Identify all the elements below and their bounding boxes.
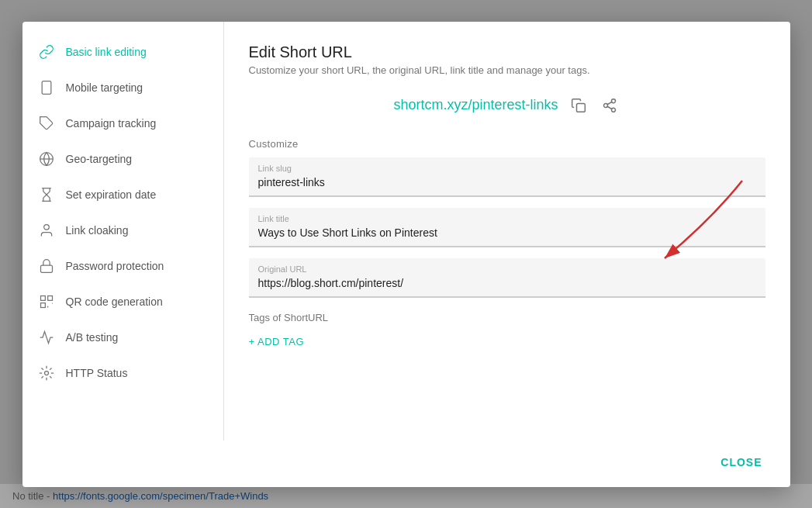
svg-rect-9 xyxy=(40,302,45,307)
tags-section: Tags of ShortURL + ADD TAG xyxy=(249,312,765,351)
edit-subtitle: Customize your short URL, the original U… xyxy=(249,64,765,76)
title-input[interactable] xyxy=(258,226,756,239)
sidebar-item-label: Link cloaking xyxy=(66,224,129,237)
original-url-input[interactable] xyxy=(258,277,756,289)
customize-label: Customize xyxy=(249,138,765,150)
svg-point-10 xyxy=(44,371,48,375)
svg-point-5 xyxy=(43,224,49,230)
svg-point-12 xyxy=(611,98,615,102)
sidebar-item-set-expiration-date[interactable]: Set expiration date xyxy=(22,177,223,213)
slug-field-label: Link slug xyxy=(258,164,292,173)
sidebar-item-basic-link-editing[interactable]: Basic link editing xyxy=(22,34,223,70)
sidebar-item-label: HTTP Status xyxy=(66,367,128,379)
add-tag-button[interactable]: + ADD TAG xyxy=(249,333,305,351)
svg-line-15 xyxy=(607,106,612,109)
share-button[interactable] xyxy=(599,95,620,116)
close-button[interactable]: CLOSE xyxy=(711,450,771,475)
slug-field: Link slug xyxy=(249,157,765,197)
sidebar-item-qr-code-generation[interactable]: QR code generation xyxy=(22,284,223,320)
mobile-icon xyxy=(38,79,55,96)
add-tag-label: + ADD TAG xyxy=(249,336,305,347)
sidebar-item-label: QR code generation xyxy=(66,295,163,308)
short-url-link[interactable]: shortcm.xyz/pinterest-links xyxy=(393,97,558,113)
original-url-field-label: Original URL xyxy=(258,264,307,274)
sidebar-item-geo-targeting[interactable]: Geo-targeting xyxy=(22,141,223,177)
sidebar-item-mobile-targeting[interactable]: Mobile targeting xyxy=(22,70,223,105)
sidebar-item-password-protection[interactable]: Password protection xyxy=(22,248,223,284)
lock-icon xyxy=(38,257,55,275)
svg-rect-8 xyxy=(47,295,52,300)
tag-icon xyxy=(38,115,55,132)
sidebar-item-campaign-tracking[interactable]: Campaign tracking xyxy=(22,105,223,141)
svg-rect-6 xyxy=(40,265,52,272)
svg-point-14 xyxy=(611,108,615,112)
sidebar-item-label: Set expiration date xyxy=(66,188,157,201)
tags-label: Tags of ShortURL xyxy=(249,312,765,323)
sidebar-item-label: A/B testing xyxy=(66,331,119,344)
title-field-label: Link title xyxy=(258,214,289,223)
sidebar-item-link-cloaking[interactable]: Link cloaking xyxy=(22,213,223,248)
main-content: Edit Short URL Customize your short URL,… xyxy=(224,22,790,441)
sidebar-item-label: Basic link editing xyxy=(66,46,147,58)
sidebar-item-label: Password protection xyxy=(66,260,164,272)
globe-icon xyxy=(38,150,55,168)
svg-rect-0 xyxy=(42,81,51,94)
svg-line-16 xyxy=(607,102,612,104)
ab-test-icon xyxy=(38,329,55,346)
sidebar-item-ab-testing[interactable]: A/B testing xyxy=(22,320,223,355)
sidebar-item-label: Campaign tracking xyxy=(66,117,157,130)
short-url-row: shortcm.xyz/pinterest-links xyxy=(249,95,765,116)
qr-code-icon xyxy=(38,293,55,310)
dialog-footer: CLOSE xyxy=(22,441,790,487)
person-icon xyxy=(38,222,55,239)
edit-title: Edit Short URL xyxy=(249,43,765,61)
sidebar-item-label: Geo-targeting xyxy=(66,153,133,165)
svg-rect-11 xyxy=(576,103,585,112)
svg-point-13 xyxy=(603,103,607,107)
link-icon xyxy=(38,43,55,60)
http-icon xyxy=(38,365,55,382)
title-field: Link title xyxy=(249,208,765,247)
edit-short-url-dialog: Basic link editing Mobile targeting xyxy=(22,22,790,487)
original-url-field: Original URL xyxy=(249,258,765,298)
slug-input[interactable] xyxy=(258,176,756,188)
svg-rect-7 xyxy=(40,295,45,300)
sidebar-item-http-status[interactable]: HTTP Status xyxy=(22,355,223,391)
copy-button[interactable] xyxy=(568,95,589,116)
sidebar-item-label: Mobile targeting xyxy=(66,81,143,94)
sidebar: Basic link editing Mobile targeting xyxy=(22,22,224,441)
hourglass-icon xyxy=(38,186,55,203)
